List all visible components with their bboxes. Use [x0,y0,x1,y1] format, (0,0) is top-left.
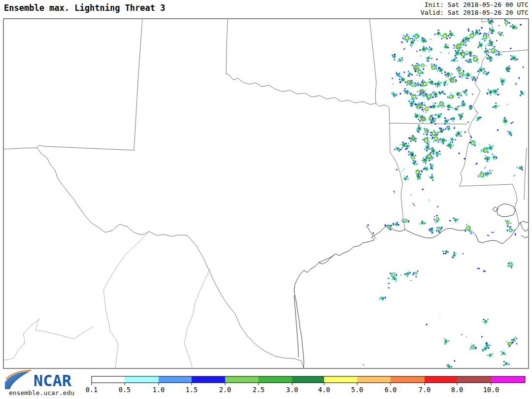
storm-cell [449,220,451,221]
colorbar-segment [425,376,457,383]
colorbar-tick-label: 0.5 [119,386,131,394]
map-plot: 0.10.51.01.52.02.53.04.05.06.07.08.010.0 [0,0,532,399]
storm-cell [439,315,440,316]
colorbar-tick-label: 4.0 [318,386,330,394]
weather-map-page: Ensemble max. Lightning Threat 3 Init: S… [0,0,532,399]
colorbar-segment [125,376,159,383]
colorbar-tick-label: 2.0 [219,386,231,394]
storm-cell [388,287,390,289]
storm-cell [499,25,499,26]
storm-cell [472,94,473,95]
storm-cell [454,360,455,362]
storm-cell [492,154,493,155]
storm-cell [372,232,374,233]
colorbar-tick-label: 0.1 [86,386,98,394]
storm-cell [463,253,464,254]
ncar-swoosh [5,370,32,389]
storm-cell [396,169,398,170]
colorbar-segment [192,376,225,383]
storm-cell [363,365,364,366]
colorbar-tick-label: 3.0 [286,386,298,394]
storm-cell [401,41,403,43]
colorbar-tick-label: 10.0 [483,386,499,394]
colorbar-segment [324,376,357,383]
storm-cell [477,77,478,78]
colorbar-segment [225,376,259,383]
storm-cell [476,111,477,112]
storm-cell [422,189,424,190]
colorbar-segment [491,376,525,383]
storm-cell [426,324,428,325]
storm-cell [416,51,417,52]
ncar-logo-text: NCAR [33,371,72,390]
storm-cell [410,280,411,281]
colorbar: 0.10.51.01.52.02.53.04.05.06.07.08.010.0 [86,376,525,394]
colorbar-tick-label: 8.0 [451,386,463,394]
colorbar-tick-label: 1.5 [186,386,198,394]
storm-cell [392,78,393,79]
storm-cell [420,55,422,57]
storm-cell [388,283,390,284]
colorbar-segment [391,376,425,383]
storm-cell [461,334,462,335]
ncar-logo: NCAR [3,369,87,391]
colorbar-segment [292,376,324,383]
storm-cell [497,130,499,131]
storm-cell [367,224,369,226]
storm-cell [440,51,442,53]
colorbar-tick-label: 5.0 [351,386,363,394]
colorbar-segment [357,376,391,383]
storm-cell [436,59,437,60]
storm-cell [430,39,431,40]
storm-cell [523,66,524,68]
colorbar-tick-label: 6.0 [385,386,397,394]
storm-cell [479,144,480,145]
storm-cell [458,153,460,154]
storm-cell [399,93,401,95]
storm-cell [496,40,498,41]
storm-cell [464,158,466,160]
storm-cell [392,83,394,85]
colorbar-tick-label: 1.0 [153,386,165,394]
colorbar-segment [259,376,292,383]
map-frame [3,19,529,368]
storm-cell [463,63,464,64]
colorbar-tick-label: 2.5 [253,386,265,394]
colorbar-segment [457,376,491,383]
storm-cell [481,336,483,337]
ensemble-site-label: ensemble.ucar.edu [9,389,74,397]
storm-cell [400,274,401,276]
storm-cell [465,132,466,133]
colorbar-segment [159,376,192,383]
colorbar-segment [92,376,125,383]
storm-cell [510,48,511,49]
colorbar-tick-label: 7.0 [419,386,431,394]
storm-cell [466,336,467,337]
